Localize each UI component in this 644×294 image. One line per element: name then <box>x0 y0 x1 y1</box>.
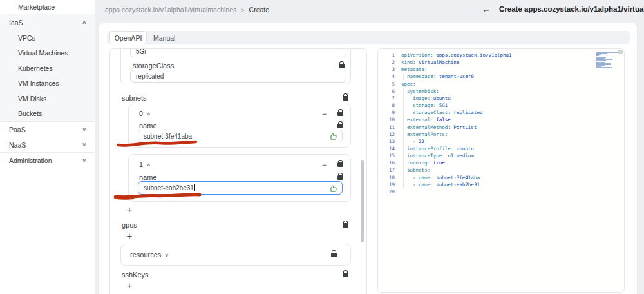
system-disk-group-card: 5Gi storageClass replicated <box>120 48 351 84</box>
line-number: 2 <box>378 59 395 66</box>
subnet-1-name-input[interactable]: subnet-eab2be31 <box>138 181 343 195</box>
code-line-13: 13 - 22 <box>378 138 624 145</box>
sidebar-group-paas: PaaS∨ <box>0 122 95 137</box>
chevron-down-icon: ∨ <box>164 252 169 258</box>
text-caret <box>194 184 195 191</box>
line-number: 17 <box>378 166 395 173</box>
line-number: 5 <box>378 81 395 88</box>
resources-toggle[interactable]: resources ∨ <box>130 251 169 259</box>
line-number: 4 <box>378 73 395 80</box>
lock-icon <box>331 253 337 257</box>
remove-subnet-0-button[interactable]: − <box>322 110 327 118</box>
breadcrumb: apps.cozystack.io/v1alpha1/virtualmachin… <box>105 6 269 14</box>
subnet-1-header[interactable]: 1 ∧ <box>139 161 150 168</box>
storage-input[interactable]: 5Gi <box>130 48 346 57</box>
code-line-3: 3metadata: <box>378 66 624 73</box>
sidebar-item-kubernetes[interactable]: Kubernetes <box>0 61 95 76</box>
line-number: 3 <box>378 66 395 73</box>
sidebar-item-vm-disks[interactable]: VM Disks <box>0 91 95 106</box>
editor-minimap[interactable] <box>596 52 619 70</box>
page-title: Create apps.cozystack.io/v1alpha1/virtua… <box>499 5 644 13</box>
subnet-1-name-label: name <box>139 173 157 181</box>
sidebar-group-header-iaas[interactable]: IaaS∧ <box>0 14 95 30</box>
chevron-up-icon: ∧ <box>146 162 151 168</box>
code-line-17: 17 subnets: <box>378 166 624 173</box>
lock-icon <box>343 223 348 228</box>
add-sshkey-button[interactable]: + <box>124 280 135 290</box>
thumbs-up-icon[interactable] <box>329 132 337 141</box>
code-line-12: 12 externalPorts: <box>378 131 624 138</box>
lock-icon <box>337 112 343 116</box>
minimap-line <box>596 68 612 68</box>
code-line-7: 7 image: ubuntu <box>378 95 624 102</box>
resources-label: resources <box>130 251 161 259</box>
code-line-16: 16 running: true <box>378 159 624 166</box>
breadcrumb-current: Create <box>249 6 270 14</box>
subnet-0-index: 0 <box>139 110 143 117</box>
subnets-label: subnets <box>122 94 147 102</box>
sidebar-item-buckets[interactable]: Buckets <box>0 106 95 122</box>
subnet-0-name-input[interactable]: subnet-3fe41aba <box>138 130 343 142</box>
storageclass-value: replicated <box>136 73 341 80</box>
gpus-label: gpus <box>122 221 137 229</box>
line-number: 19 <box>378 181 395 188</box>
subnet-1-name-value: subnet-eab2be31 <box>144 184 337 191</box>
code-line-10: 10 external: false <box>378 116 624 123</box>
subnet-1-index: 1 <box>139 161 143 168</box>
sidebar-group-header-naas[interactable]: NaaS∨ <box>0 137 95 152</box>
sidebar-group-label: Administration <box>9 157 52 164</box>
add-subnet-button[interactable]: + <box>124 204 135 214</box>
storage-value: 5Gi <box>136 48 341 55</box>
sidebar-group-header-paas[interactable]: PaaS∨ <box>0 122 95 137</box>
sidebar-group-label: PaaS <box>9 126 26 133</box>
storageclass-input[interactable]: replicated <box>130 70 346 83</box>
chevron-up-icon: ∧ <box>82 19 87 25</box>
chevron-up-icon: ∧ <box>146 111 151 117</box>
add-gpu-button[interactable]: + <box>124 230 135 240</box>
thumbs-up-icon[interactable] <box>329 184 337 193</box>
form-panel: 5Gi storageClass replicated subnets 0 ∧ … <box>109 48 367 294</box>
sidebar-group-administration: Administration∨ <box>0 153 95 168</box>
line-number: 16 <box>378 159 395 166</box>
code-line-15: 15 instanceType: u1.medium <box>378 152 624 159</box>
titlebar: ← Create apps.cozystack.io/v1alpha1/virt… <box>482 5 644 14</box>
code-line-19: 19 - name: subnet-eab2be31 <box>378 181 624 188</box>
back-arrow-icon[interactable]: ← <box>482 5 491 14</box>
sidebar-group-header-administration[interactable]: Administration∨ <box>0 153 95 168</box>
sidebar-item-vm-instances[interactable]: VM Instances <box>0 76 95 92</box>
lock-icon <box>337 124 343 128</box>
tab-openapi[interactable]: OpenAPI <box>109 31 147 44</box>
code-line-4: 4 namespace: tenant-user0 <box>378 73 624 80</box>
form-scrollbar-thumb[interactable] <box>361 160 364 242</box>
chevron-down-icon: ∨ <box>82 157 87 163</box>
yaml-editor[interactable]: 1apiVersion: apps.cozystack.io/v1alpha12… <box>377 48 625 293</box>
sidebar-group-label: NaaS <box>9 141 26 149</box>
minimap-slider[interactable] <box>618 50 623 54</box>
code-line-1: 1apiVersion: apps.cozystack.io/v1alpha1 <box>378 52 624 59</box>
code-line-2: 2kind: VirtualMachine <box>378 59 624 66</box>
code-line-6: 6 systemDisk: <box>378 88 624 95</box>
line-number: 12 <box>378 131 395 138</box>
lock-icon <box>343 273 348 277</box>
breadcrumb-separator: > <box>241 7 244 14</box>
sidebar-item-marketplace[interactable]: Marketplace <box>0 0 95 14</box>
line-number: 20 <box>378 188 395 195</box>
chevron-down-icon: ∨ <box>82 126 87 132</box>
sidebar-item-virtual-machines[interactable]: Virtual Machines <box>0 46 95 61</box>
sidebar-item-vpcs[interactable]: VPCs <box>0 30 95 46</box>
sidebar-group-iaas: IaaS∧VPCsVirtual MachinesKubernetesVM In… <box>0 14 95 122</box>
line-number: 9 <box>378 109 395 116</box>
code-line-5: 5spec: <box>378 81 624 88</box>
code-line-14: 14 instanceProfile: ubuntu <box>378 145 624 152</box>
line-number: 1 <box>378 52 395 59</box>
line-number: 10 <box>378 116 395 123</box>
tab-manual[interactable]: Manual <box>153 31 175 44</box>
subnet-0-header[interactable]: 0 ∧ <box>139 110 150 117</box>
remove-subnet-1-button[interactable]: − <box>322 161 327 169</box>
line-number: 6 <box>378 88 395 95</box>
breadcrumb-path[interactable]: apps.cozystack.io/v1alpha1/virtualmachin… <box>105 6 236 14</box>
tab-bar <box>107 31 630 44</box>
line-number: 18 <box>378 174 395 181</box>
sidebar-group-label: IaaS <box>9 19 23 26</box>
code-line-18: 18 - name: subnet-3fe41aba <box>378 174 624 181</box>
